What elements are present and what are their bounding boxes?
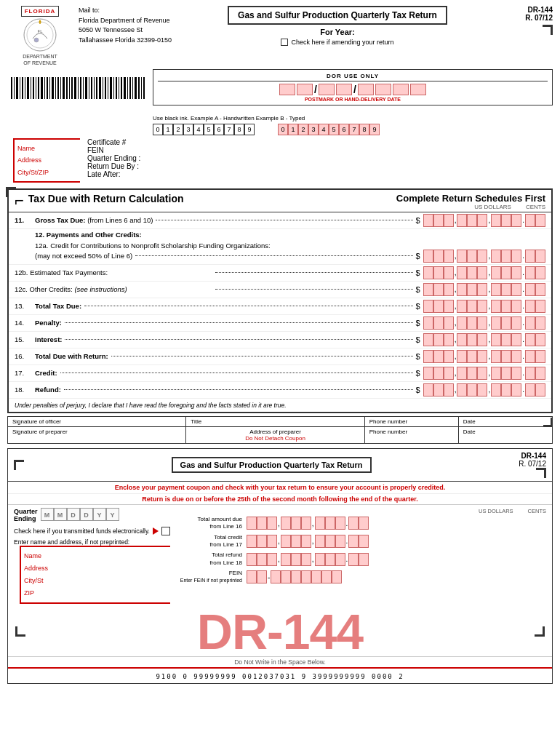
perjury-line: Under penalties of perjury, I declare th… <box>9 399 551 412</box>
slash-2: / <box>353 84 356 95</box>
form-number: DR-144 <box>502 6 553 14</box>
postmark-cell-4 <box>336 84 352 95</box>
barcode <box>7 73 145 108</box>
sig-date2-label: Date <box>463 429 476 435</box>
amount-16: , , . <box>423 350 545 363</box>
return-due-row: Return Due By : <box>87 162 553 170</box>
corner-tl <box>6 187 16 197</box>
char-4: 4 <box>193 124 204 135</box>
svg-rect-46 <box>119 77 119 99</box>
line-12c-dots <box>215 289 413 290</box>
amount-18: , , . <box>423 383 545 397</box>
char-b-2: 2 <box>298 124 308 135</box>
coupon-col-headers: US DOLLARS CENTS <box>177 508 546 514</box>
address-label: Address <box>17 154 80 166</box>
svg-rect-25 <box>60 77 61 99</box>
coupon-amt-label-3: Total refundfrom Line 18 <box>177 551 247 567</box>
coupon-zip-label: ZIP <box>24 587 170 599</box>
dollar-11: $ <box>416 216 420 225</box>
line-12a-dots <box>135 255 412 256</box>
cell-11-4 <box>457 214 467 227</box>
coupon-cells-2: , , . <box>247 535 369 548</box>
svg-rect-45 <box>116 77 117 99</box>
coupon-header: Gas and Sulfur Production Quarterly Tax … <box>8 449 552 482</box>
quarter-label: QuarterEnding <box>14 508 38 522</box>
svg-rect-42 <box>108 77 108 99</box>
svg-rect-12 <box>25 77 25 99</box>
svg-rect-20 <box>47 77 48 99</box>
line-12-header: 12. Payments and Other Credits: <box>9 229 551 240</box>
dollar-12c: $ <box>416 285 420 294</box>
cell-11-8 <box>501 214 511 227</box>
line-12b-dots <box>215 272 413 273</box>
coupon-corner-tr <box>536 468 546 478</box>
corner-br-dr144 <box>535 626 545 637</box>
line-15: 15. Interest: $ , , . <box>9 332 551 348</box>
amend-label: Check here if amending your return <box>291 39 393 46</box>
coupon-name-label: Name <box>24 550 170 562</box>
svg-rect-22 <box>52 77 54 99</box>
coupon-amt-label-1: Total amount duefrom Line 16 <box>177 516 247 531</box>
late-after-row: Late After: <box>87 170 553 178</box>
coupon-amount-row-3: Total refundfrom Line 18 , , . <box>177 551 546 567</box>
svg-rect-16 <box>36 77 36 99</box>
svg-rect-34 <box>85 77 87 99</box>
cell-11-6 <box>477 214 487 227</box>
coupon-revision: R. 07/12 <box>519 460 546 468</box>
header-section: FLORIDA FL DEPARTMENTOF REVENUE Mail to:… <box>7 6 553 66</box>
dollar-17: $ <box>416 369 420 378</box>
postmark-label: POSTMARK OR HAND-DELIVERY DATE <box>158 97 548 102</box>
amount-11: , , . <box>423 214 545 227</box>
svg-rect-10 <box>20 77 20 99</box>
amend-line: Check here if amending your return <box>281 39 393 46</box>
cell-11-3 <box>444 214 454 227</box>
svg-rect-49 <box>127 77 128 99</box>
postmark-cell-1 <box>279 84 295 95</box>
dollar-16: $ <box>416 352 420 361</box>
svg-rect-38 <box>96 77 97 99</box>
coupon-left-col: QuarterEnding M M D D Y Y Check here if … <box>14 508 170 604</box>
line-17: 17. Credit: $ , , . <box>9 365 551 382</box>
col-headers: US DOLLARS CENTS <box>396 204 545 210</box>
date-d2: D <box>80 508 93 521</box>
sig-preparer-addr-cell: Address of preparer Do Not Detach Coupon <box>186 427 364 443</box>
svg-point-1 <box>27 22 53 48</box>
enter-name-row: Enter name and address, if not preprinte… <box>14 538 170 546</box>
sig-phone2-cell: Phone number <box>365 427 459 443</box>
cell-11-dec2 <box>535 214 545 227</box>
page: FLORIDA FL DEPARTMENTOF REVENUE Mail to:… <box>0 0 560 690</box>
certificate-row: Certificate # <box>87 138 553 146</box>
sig-date-label: Date <box>463 418 476 425</box>
line-13-num: 13. <box>15 302 35 310</box>
mail-block: Mail to: Florida Department of Revenue 5… <box>79 6 173 45</box>
line-12b-label: 12b. Estimated Tax Payments: <box>15 268 212 276</box>
line-12a-desc: 12a. Credit for Contributions to Nonprof… <box>35 242 545 263</box>
svg-rect-29 <box>71 77 73 99</box>
line-15-num: 15. <box>15 335 35 343</box>
svg-rect-17 <box>38 77 39 99</box>
amount-17: , , . <box>423 367 545 380</box>
line-18-num: 18. <box>15 386 35 394</box>
title-block: Gas and Sulfur Production Quarterly Tax … <box>179 6 496 46</box>
calc-title: Tax Due with Return Calculation <box>28 193 184 204</box>
return-due-text: Return is due on or before the 25th of t… <box>8 494 552 505</box>
cell-11-7 <box>491 214 501 227</box>
coupon-name-bracket: Name Address City/St ZIP <box>20 546 170 604</box>
svg-rect-7 <box>11 77 12 99</box>
addr-bracket: Name Address City/St/ZIP <box>13 138 80 183</box>
char-b-7: 7 <box>349 124 359 135</box>
dollar-12b: $ <box>416 268 420 277</box>
example-row: 0 1 2 3 4 5 6 7 8 9 0 1 2 3 4 5 6 7 <box>153 124 553 135</box>
svg-rect-18 <box>41 77 43 99</box>
line-12c-label: 12c. Other Credits: (see instructions) <box>15 285 212 293</box>
transmit-checkbox[interactable] <box>161 527 170 535</box>
amend-checkbox[interactable] <box>281 39 288 46</box>
coupon-amount-row-2: Total creditfrom Line 17 , , . <box>177 534 546 549</box>
example-section: Use black ink. Example A - Handwritten E… <box>153 115 553 135</box>
svg-rect-39 <box>99 77 101 99</box>
sig-phone2-label: Phone number <box>369 429 407 435</box>
dollar-18: $ <box>416 386 420 394</box>
line-15-dots <box>65 339 412 340</box>
coupon-us-dollars: US DOLLARS <box>479 508 513 514</box>
corner-bl-dr144 <box>15 626 25 637</box>
